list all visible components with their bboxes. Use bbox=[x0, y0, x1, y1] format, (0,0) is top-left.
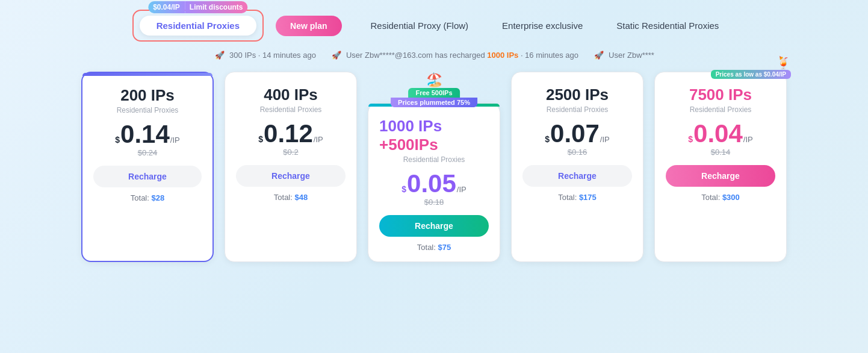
original-price-3: $0.18 bbox=[424, 198, 444, 207]
ip-count-1: 200 IPs bbox=[120, 86, 175, 105]
badge-low-price: Prices as low as $0.04/IP bbox=[711, 70, 791, 79]
main-price-3: 0.05 bbox=[407, 171, 456, 196]
ip-count-2: 400 IPs bbox=[264, 86, 318, 104]
notice-item-2: 🚀 User Zbw*****@163.com has recharged 10… bbox=[330, 49, 578, 61]
main-price-1: 0.14 bbox=[120, 122, 170, 147]
original-price-1: $0.24 bbox=[138, 148, 158, 157]
card-1000: 🏖️ Free 500IPs Prices plummeted 75% 1000… bbox=[368, 103, 500, 262]
badge-free-ips: Free 500IPs bbox=[408, 88, 459, 98]
cocktail-emoji: 🍹 bbox=[776, 55, 791, 70]
original-price-4: $0.16 bbox=[568, 148, 587, 157]
ip-count-5: 7500 IPs bbox=[689, 86, 752, 104]
notice-highlight-2: 1000 IPs bbox=[487, 51, 518, 60]
notice-text-3: User Zbw**** bbox=[609, 51, 654, 60]
total-label-2: Total: bbox=[274, 193, 293, 202]
notice-item-1: 🚀 300 IPs · 14 minutes ago bbox=[214, 49, 316, 61]
dollar-5: $ bbox=[688, 134, 693, 144]
ip-count-4: 2500 IPs bbox=[546, 86, 609, 104]
card-subtitle-2: Residential Proxies bbox=[260, 105, 322, 114]
tab-static[interactable]: Static Residential Proxies bbox=[600, 16, 736, 36]
total-row-4: Total: $175 bbox=[558, 193, 597, 202]
card-subtitle-1: Residential Proxies bbox=[117, 106, 179, 114]
card-200: 200 IPs Residential Proxies $ 0.14 /IP $… bbox=[81, 72, 214, 262]
per-ip-5: /IP bbox=[743, 135, 753, 144]
main-price-4: 0.07 bbox=[550, 121, 600, 146]
price-row-3: $ 0.05 /IP bbox=[401, 171, 466, 196]
notice-item-3: 🚀 User Zbw**** bbox=[593, 49, 654, 61]
limit-text: Limit discounts bbox=[185, 1, 248, 13]
total-label-4: Total: bbox=[558, 193, 577, 202]
tab-enterprise[interactable]: Enterprise exclusive bbox=[485, 16, 600, 36]
total-amount-1: $28 bbox=[152, 193, 165, 202]
price-tag: $0.04/IP bbox=[148, 1, 185, 13]
ip-count-3: 1000 IPs +500IPs bbox=[379, 117, 489, 154]
rocket-icon-2: 🚀 bbox=[330, 49, 343, 61]
total-label-3: Total: bbox=[417, 243, 436, 252]
notice-text-2: User Zbw*****@163.com has recharged 1000… bbox=[346, 51, 578, 60]
total-row-5: Total: $300 bbox=[701, 193, 740, 202]
main-price-5: 0.04 bbox=[693, 121, 743, 146]
total-amount-5: $300 bbox=[722, 193, 740, 202]
card-subtitle-3: Residential Proxies bbox=[403, 155, 465, 164]
tab-residential-wrapper: $0.04/IP Limit discounts Residential Pro… bbox=[132, 10, 264, 42]
page-wrapper: $0.04/IP Limit discounts Residential Pro… bbox=[0, 0, 868, 353]
recharge-btn-3[interactable]: Recharge bbox=[379, 215, 489, 237]
rocket-icon-1: 🚀 bbox=[214, 49, 226, 61]
per-ip-1: /IP bbox=[170, 136, 180, 145]
tabs-section: $0.04/IP Limit discounts Residential Pro… bbox=[0, 10, 868, 42]
total-amount-4: $175 bbox=[579, 193, 597, 202]
total-label-5: Total: bbox=[701, 193, 720, 202]
dollar-3: $ bbox=[401, 184, 406, 194]
recharge-btn-4[interactable]: Recharge bbox=[522, 165, 632, 187]
per-ip-4: /IP bbox=[600, 135, 610, 144]
recharge-btn-2[interactable]: Recharge bbox=[236, 165, 346, 187]
recharge-btn-5[interactable]: Recharge bbox=[666, 165, 775, 187]
card-top-bar-1 bbox=[82, 73, 212, 76]
per-ip-3: /IP bbox=[457, 185, 467, 194]
price-row-4: $ 0.07 /IP bbox=[545, 121, 609, 146]
dollar-2: $ bbox=[258, 134, 263, 144]
total-label-1: Total: bbox=[131, 193, 149, 202]
price-row-1: $ 0.14 /IP bbox=[115, 122, 179, 147]
cards-section: 200 IPs Residential Proxies $ 0.14 /IP $… bbox=[0, 72, 868, 262]
tab-residential[interactable]: Residential Proxies bbox=[140, 16, 256, 36]
tab-flow[interactable]: Residential Proxy (Flow) bbox=[354, 16, 486, 36]
last-card-badge: 🍹 Prices as low as $0.04/IP bbox=[711, 55, 791, 79]
total-amount-3: $75 bbox=[438, 243, 451, 252]
beach-emoji: 🏖️ bbox=[426, 72, 442, 88]
featured-badge: 🏖️ Free 500IPs Prices plummeted 75% bbox=[391, 72, 477, 107]
badge-plummet: Prices plummeted 75% bbox=[391, 98, 477, 107]
card-subtitle-4: Residential Proxies bbox=[547, 105, 609, 114]
card-7500: 🍹 Prices as low as $0.04/IP 7500 IPs Res… bbox=[654, 72, 787, 262]
total-amount-2: $48 bbox=[295, 193, 308, 202]
limit-badge: $0.04/IP Limit discounts bbox=[148, 1, 247, 13]
main-price-2: 0.12 bbox=[264, 121, 313, 146]
per-ip-2: /IP bbox=[314, 135, 323, 144]
total-row-3: Total: $75 bbox=[417, 243, 451, 252]
total-row-2: Total: $48 bbox=[274, 193, 308, 202]
notice-text-1: 300 IPs · 14 minutes ago bbox=[229, 51, 316, 60]
dollar-4: $ bbox=[545, 134, 550, 144]
rocket-icon-3: 🚀 bbox=[593, 49, 605, 61]
total-row-1: Total: $28 bbox=[131, 193, 164, 202]
original-price-5: $0.14 bbox=[711, 148, 731, 157]
new-plan-button[interactable]: New plan bbox=[276, 16, 341, 36]
recharge-btn-1[interactable]: Recharge bbox=[93, 166, 202, 187]
card-subtitle-5: Residential Proxies bbox=[690, 105, 752, 114]
dollar-1: $ bbox=[115, 135, 120, 145]
original-price-2: $0.2 bbox=[283, 148, 298, 157]
price-row-2: $ 0.12 /IP bbox=[258, 121, 323, 146]
card-400: 400 IPs Residential Proxies $ 0.12 /IP $… bbox=[225, 72, 357, 262]
price-row-5: $ 0.04 /IP bbox=[688, 121, 752, 146]
card-2500: 2500 IPs Residential Proxies $ 0.07 /IP … bbox=[511, 72, 643, 262]
red-border-box: Residential Proxies bbox=[132, 10, 264, 42]
